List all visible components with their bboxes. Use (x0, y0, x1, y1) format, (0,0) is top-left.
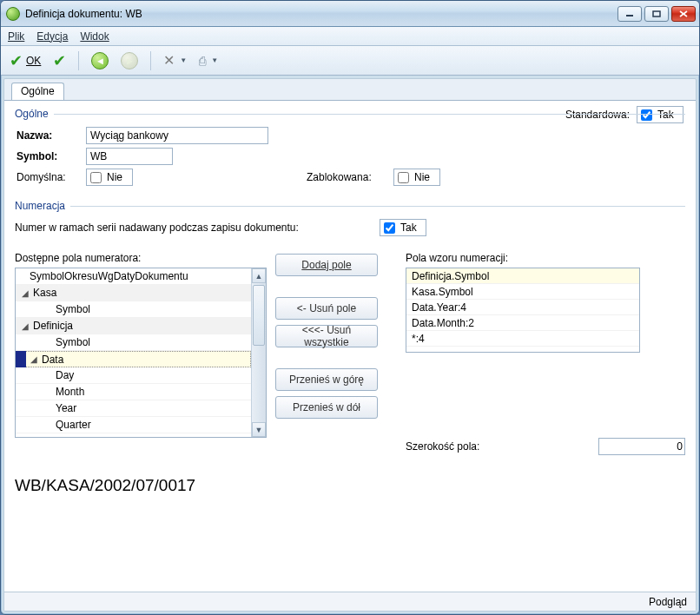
svg-rect-1 (653, 11, 660, 17)
scrollbar[interactable]: ▲ ▼ (251, 268, 266, 437)
move-up-button[interactable]: Przenieś w górę (275, 368, 378, 391)
app-icon (6, 7, 20, 21)
arrow-left-icon: ◄ (91, 52, 109, 69)
list-item-label: Day (56, 369, 74, 381)
list-item-label: Definicja (33, 320, 73, 332)
list-item-label: Symbol (56, 303, 90, 315)
arrow-right-icon: ► (121, 52, 138, 69)
menu-edit[interactable]: Edycja (36, 30, 68, 43)
list-item-label: Data.Month:2 (412, 317, 474, 329)
list-item[interactable]: Data.Year:4 (406, 300, 639, 315)
close-button[interactable] (671, 6, 696, 22)
list-item-label: Kasa.Symbol (412, 286, 473, 298)
list-item-label: Symbol (56, 336, 90, 348)
move-down-button[interactable]: Przenieś w dół (275, 396, 378, 419)
statusbar-right-text[interactable]: Podgląd (649, 596, 687, 608)
list-item[interactable]: Symbol (16, 334, 251, 351)
remove-all-button[interactable]: <<<- Usuń wszystkie (275, 325, 378, 347)
list-item[interactable]: Quarter (16, 417, 251, 433)
scroll-thumb[interactable] (253, 285, 265, 346)
list-item-label: Data.Year:4 (412, 301, 466, 314)
tab-general[interactable]: Ogólne (11, 83, 64, 101)
list-item[interactable]: Month (16, 384, 251, 400)
list-item[interactable]: ◢Kasa (16, 285, 251, 301)
field-width-input[interactable] (598, 438, 685, 455)
name-input[interactable] (86, 127, 268, 144)
check-icon: ✔ (53, 53, 66, 69)
group-numbering-legend: Numeracja (15, 200, 70, 212)
pattern-fields-list[interactable]: Definicja.SymbolKasa.SymbolData.Year:4Da… (406, 268, 640, 353)
list-item-label: Year (56, 402, 76, 414)
status-bar: Podgląd (4, 592, 696, 611)
series-label: Numer w ramach serii nadawany podczas za… (15, 222, 380, 234)
default-checkbox[interactable]: Nie (86, 169, 133, 186)
preview-text: WB/KASA/2002/07/0017 (15, 476, 685, 495)
separator (150, 51, 151, 70)
locked-checkbox[interactable]: Nie (393, 169, 440, 186)
default-check-text: Nie (107, 171, 122, 183)
chevron-down-icon: ▼ (180, 56, 187, 64)
expander-icon[interactable]: ◢ (21, 288, 30, 298)
title-bar: Definicja dokumentu: WB (1, 1, 699, 27)
chevron-down-icon: ▼ (211, 56, 218, 64)
list-item-label: SymbolOkresuWgDatyDokumentu (30, 270, 188, 282)
apply-button[interactable]: ✔ (50, 50, 69, 72)
name-label: Nazwa: (15, 129, 86, 142)
list-item[interactable]: SymbolOkresuWgDatyDokumentu (16, 268, 251, 285)
symbol-input[interactable] (86, 148, 173, 165)
print-button[interactable]: ⎙ ▼ (195, 50, 221, 72)
series-check-text: Tak (400, 222, 417, 234)
nav-forward-button[interactable]: ► (117, 50, 142, 72)
selection-marker (16, 351, 26, 367)
menu-file[interactable]: Plik (8, 30, 24, 43)
list-item[interactable]: ◢Definicja (16, 318, 251, 334)
list-item[interactable]: Kasa.Symbol (406, 284, 639, 300)
default-checkbox-input[interactable] (90, 172, 102, 183)
series-checkbox-input[interactable] (384, 222, 395, 234)
menu-bar: Plik Edycja Widok (1, 27, 699, 46)
locked-check-text: Nie (414, 171, 430, 183)
list-item[interactable]: Day (16, 367, 251, 384)
available-fields-list[interactable]: SymbolOkresuWgDatyDokumentu◢KasaSymbol◢D… (15, 268, 267, 438)
list-item[interactable]: Symbol (16, 301, 251, 318)
printer-icon: ⎙ (199, 54, 206, 68)
list-item-label: *:4 (412, 333, 425, 345)
separator (78, 51, 79, 70)
minimize-button[interactable] (617, 6, 642, 22)
nav-back-button[interactable]: ◄ (88, 50, 112, 72)
list-item-label: Data (42, 354, 63, 366)
list-item[interactable]: ◢Data (16, 351, 251, 367)
symbol-label: Symbol: (15, 150, 86, 162)
tools-button[interactable]: ✕ ▼ (160, 50, 190, 72)
expander-icon[interactable]: ◢ (21, 321, 30, 331)
list-item-label: Kasa (33, 287, 56, 299)
ok-label: OK (26, 55, 41, 67)
list-item[interactable]: Data.Month:2 (406, 315, 639, 331)
expander-icon[interactable]: ◢ (30, 354, 38, 364)
list-item-label: Definicja.Symbol (412, 270, 489, 282)
field-width-label: Szerokość pola: (406, 440, 501, 453)
series-checkbox[interactable]: Tak (380, 219, 426, 236)
toolbar: ✔ OK ✔ ◄ ► ✕ ▼ ⎙ ▼ (1, 46, 699, 76)
window-title: Definicja dokumentu: WB (25, 8, 617, 20)
tools-icon: ✕ (163, 52, 175, 69)
add-field-button[interactable]: Dodaj pole (275, 254, 378, 276)
list-item-label: Quarter (56, 419, 91, 431)
pattern-fields-label: Pola wzoru numeracji: (406, 252, 685, 264)
maximize-button[interactable] (644, 6, 669, 22)
available-fields-label: Dostępne pola numeratora: (15, 252, 267, 264)
scroll-up-icon[interactable]: ▲ (252, 268, 266, 283)
group-general-legend: Ogólne (15, 108, 54, 120)
list-item[interactable]: Year (16, 400, 251, 417)
remove-field-button[interactable]: <- Usuń pole (275, 297, 378, 320)
check-icon: ✔ (10, 53, 23, 69)
locked-checkbox-input[interactable] (398, 172, 409, 183)
default-label: Domyślna: (15, 171, 86, 183)
ok-button[interactable]: ✔ OK (6, 50, 44, 72)
list-item[interactable]: *:4 (406, 331, 639, 347)
list-item[interactable]: Definicja.Symbol (406, 268, 639, 284)
locked-label: Zablokowana: (307, 171, 393, 183)
scroll-down-icon[interactable]: ▼ (252, 422, 266, 437)
list-item-label: Month (56, 386, 84, 398)
menu-view[interactable]: Widok (80, 30, 109, 43)
